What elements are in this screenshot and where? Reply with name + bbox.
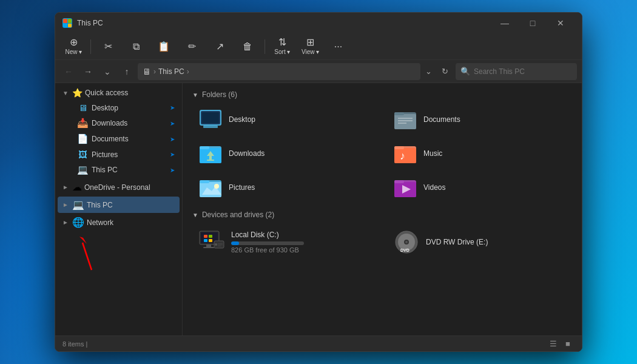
onedrive-expand-icon: ► bbox=[62, 184, 70, 190]
sidebar-thispc-header[interactable]: ► 💻 This PC bbox=[58, 197, 180, 213]
folder-item-music[interactable]: ♪ Music bbox=[387, 138, 572, 169]
window-controls: — □ ✕ bbox=[491, 13, 575, 33]
documents-folder-name: Documents bbox=[423, 115, 460, 124]
svg-rect-14 bbox=[200, 146, 209, 149]
back-button[interactable]: ← bbox=[60, 63, 77, 80]
paste-button[interactable]: 📋 bbox=[150, 36, 177, 58]
recent-button[interactable]: ⌄ bbox=[99, 63, 116, 80]
downloads-icon-wrapper bbox=[198, 141, 223, 166]
svg-rect-36 bbox=[206, 244, 211, 247]
folder-item-videos[interactable]: Videos bbox=[387, 172, 572, 203]
folders-chevron: ▼ bbox=[192, 92, 198, 98]
network-icon: 🌐 bbox=[72, 217, 84, 228]
rename-icon: ✏ bbox=[188, 42, 196, 52]
sidebar-item-thispc-qa-label: This PC bbox=[92, 166, 118, 174]
sidebar-item-downloads-label: Downloads bbox=[92, 119, 127, 127]
svg-rect-19 bbox=[394, 146, 404, 149]
maximize-button[interactable]: □ bbox=[519, 13, 547, 33]
sidebar-quick-access-header[interactable]: ▼ ⭐ Quick access bbox=[58, 86, 180, 100]
sidebar-item-downloads[interactable]: 📥 Downloads ➤ bbox=[58, 115, 180, 131]
address-bar: ← → ⌄ ↑ 🖥 › This PC › ⌄ ↻ 🔍 bbox=[55, 60, 582, 83]
desktop-folder-name: Desktop bbox=[229, 115, 255, 124]
up-button[interactable]: ↑ bbox=[118, 63, 135, 80]
svg-point-25 bbox=[214, 184, 219, 189]
downloads-folder-icon: 📥 bbox=[77, 118, 88, 129]
documents-icon-wrapper bbox=[393, 107, 417, 132]
pin-icon-pictures: ➤ bbox=[170, 151, 175, 158]
svg-rect-7 bbox=[394, 114, 416, 129]
path-text: This PC bbox=[158, 67, 184, 76]
address-path[interactable]: 🖥 › This PC › bbox=[138, 63, 420, 80]
svg-rect-22 bbox=[200, 182, 221, 197]
thispc-qa-icon: 💻 bbox=[77, 164, 88, 175]
desktop-icon-wrapper bbox=[198, 107, 223, 132]
drive-item-e[interactable]: DVD DVD RW Drive (E:) bbox=[387, 224, 572, 260]
search-box: 🔍 bbox=[456, 63, 577, 80]
expand-icon: ▼ bbox=[62, 90, 70, 96]
pin-icon-thispc-qa: ➤ bbox=[170, 167, 175, 174]
refresh-button[interactable]: ↻ bbox=[436, 63, 453, 80]
forward-button[interactable]: → bbox=[79, 63, 96, 80]
sidebar-network: ► 🌐 Network bbox=[55, 214, 182, 231]
drive-e-icon-wrapper: DVD bbox=[393, 229, 420, 255]
view-button[interactable]: ⊞ View ▾ bbox=[297, 36, 324, 58]
share-icon: ↗ bbox=[216, 42, 224, 52]
sort-button[interactable]: ⇅ Sort ▾ bbox=[269, 36, 295, 58]
search-icon: 🔍 bbox=[460, 67, 470, 76]
svg-rect-18 bbox=[394, 148, 416, 163]
folder-item-desktop[interactable]: Desktop bbox=[192, 104, 377, 135]
title-bar: This PC — □ ✕ bbox=[55, 13, 582, 33]
svg-rect-42 bbox=[218, 246, 221, 246]
paste-icon: 📋 bbox=[158, 42, 170, 52]
folders-section-header[interactable]: ▼ Folders (6) bbox=[192, 90, 572, 99]
sort-icon: ⇅ bbox=[278, 38, 286, 47]
svg-text:♪: ♪ bbox=[400, 150, 405, 162]
svg-rect-41 bbox=[218, 244, 223, 245]
cut-icon: ✂ bbox=[104, 42, 112, 52]
address-dropdown-button[interactable]: ⌄ bbox=[423, 63, 434, 80]
drive-e-name: DVD RW Drive (E:) bbox=[426, 238, 566, 246]
copy-icon: ⧉ bbox=[133, 42, 140, 52]
documents-folder-icon: 📄 bbox=[77, 133, 88, 144]
new-icon: ⊕ bbox=[70, 38, 78, 47]
rename-button[interactable]: ✏ bbox=[178, 36, 205, 58]
folder-item-documents[interactable]: Documents bbox=[387, 104, 572, 135]
folder-item-downloads[interactable]: Downloads bbox=[192, 138, 377, 169]
sidebar-network-header[interactable]: ► 🌐 Network bbox=[58, 214, 180, 231]
devices-section-header[interactable]: ▼ Devices and drives (2) bbox=[192, 211, 572, 219]
status-views: ☰ ■ bbox=[547, 337, 575, 351]
window-icon bbox=[62, 18, 72, 28]
pin-icon-documents: ➤ bbox=[170, 136, 175, 143]
drive-c-name: Local Disk (C:) bbox=[231, 231, 371, 239]
drive-c-info: Local Disk (C:) 826 GB free of 930 GB bbox=[231, 231, 371, 254]
more-button[interactable]: ··· bbox=[325, 36, 352, 58]
delete-button[interactable]: 🗑 bbox=[234, 36, 261, 58]
cut-button[interactable]: ✂ bbox=[95, 36, 121, 58]
share-button[interactable]: ↗ bbox=[206, 36, 233, 58]
sidebar-item-pictures[interactable]: 🖼 Pictures ➤ bbox=[58, 147, 180, 162]
svg-line-0 bbox=[83, 243, 92, 270]
thispc-icon: 💻 bbox=[72, 199, 84, 211]
drive-c-bar bbox=[231, 241, 304, 245]
folder-item-pictures[interactable]: Pictures bbox=[192, 172, 377, 203]
thispc-label: This PC bbox=[87, 201, 113, 209]
copy-button[interactable]: ⧉ bbox=[123, 36, 149, 58]
sidebar-item-thispc-qa[interactable]: 💻 This PC ➤ bbox=[58, 162, 180, 178]
drive-c-fill bbox=[231, 241, 239, 245]
content-area: ▼ Folders (6) Desktop bbox=[183, 83, 582, 335]
svg-rect-40 bbox=[218, 243, 223, 244]
new-button[interactable]: ⊕ New ▾ bbox=[60, 36, 87, 58]
file-explorer-window: This PC — □ ✕ ⊕ New ▾ ✂ ⧉ 📋 ✏ ↗ bbox=[55, 12, 582, 352]
path-icon: 🖥 bbox=[143, 67, 151, 76]
sidebar-onedrive-header[interactable]: ► ☁ OneDrive - Personal bbox=[58, 179, 180, 195]
status-count: 8 items | bbox=[62, 340, 547, 348]
close-button[interactable]: ✕ bbox=[547, 13, 575, 33]
minimize-button[interactable]: — bbox=[491, 13, 519, 33]
drive-item-c[interactable]: Local Disk (C:) 826 GB free of 930 GB bbox=[192, 224, 377, 260]
sidebar-item-documents[interactable]: 📄 Documents ➤ bbox=[58, 131, 180, 147]
list-view-button[interactable]: ☰ bbox=[547, 337, 560, 351]
search-input[interactable] bbox=[474, 67, 572, 76]
svg-rect-37 bbox=[203, 247, 214, 248]
sidebar-item-desktop[interactable]: 🖥 Desktop ➤ bbox=[58, 100, 180, 115]
grid-view-button[interactable]: ■ bbox=[561, 337, 575, 351]
